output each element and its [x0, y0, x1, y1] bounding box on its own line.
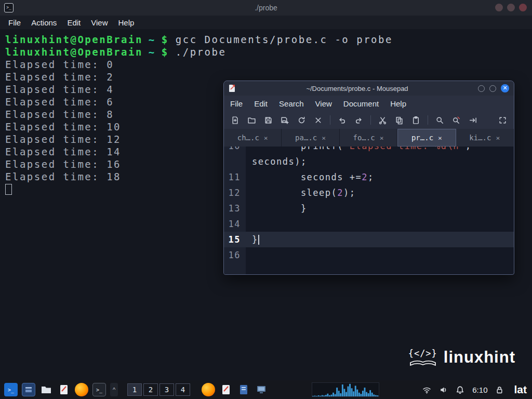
launcher-terminal-emulator[interactable]: >_	[4, 383, 18, 396]
menu-search[interactable]: Search	[279, 99, 304, 108]
open-book-icon	[409, 360, 436, 367]
open-file-button[interactable]	[247, 115, 257, 125]
launcher-text-editor[interactable]	[57, 383, 71, 396]
menu-document[interactable]: Document	[343, 99, 379, 108]
find-button[interactable]	[435, 115, 445, 125]
linuxhint-logo-icon: {</>}	[408, 348, 437, 367]
close-button[interactable]	[519, 4, 527, 11]
mousepad-window[interactable]: ~/Documents/probe.c - Mousepad ✕ File Ed…	[223, 81, 514, 275]
workspace-4[interactable]: 4	[176, 383, 190, 396]
find-replace-button[interactable]	[451, 115, 461, 125]
mousepad-tabbar: ch….c × pa….c × fo….c × pr….c × ki….c ×	[224, 129, 514, 147]
tab-close-icon[interactable]: ×	[496, 134, 500, 142]
line-number: 11	[224, 169, 246, 185]
menu-view[interactable]: View	[315, 99, 332, 108]
linuxhint-logo-text: linuxhint	[444, 348, 515, 367]
wifi-icon[interactable]	[422, 385, 431, 394]
tab-pr-active[interactable]: pr….c ×	[397, 129, 456, 147]
minimize-button[interactable]	[478, 85, 485, 92]
tab-pa[interactable]: pa….c ×	[282, 129, 339, 147]
line-number	[224, 154, 246, 169]
window-button-mousepad[interactable]	[219, 383, 233, 396]
code-editor-area[interactable]: 10 printf("Elapsed time: %d\n", seconds)…	[224, 147, 514, 274]
workspace-1[interactable]: 1	[127, 383, 142, 396]
workspace-pager: 1 2 3 4	[127, 383, 190, 396]
redo-button[interactable]	[354, 115, 364, 125]
window-button-display[interactable]	[255, 383, 268, 396]
line-number: 10	[224, 147, 246, 154]
line-number: 15	[224, 232, 246, 247]
workspace-3[interactable]: 3	[159, 383, 174, 396]
notifications-bell-icon[interactable]	[456, 385, 464, 394]
close-tab-button[interactable]	[313, 115, 323, 125]
menu-edit[interactable]: Edit	[67, 18, 81, 27]
undo-button[interactable]	[337, 115, 347, 125]
system-tray: 6:10 lat	[422, 383, 527, 396]
line-number: 13	[224, 201, 246, 216]
save-button[interactable]	[263, 115, 273, 125]
terminal-cursor	[5, 184, 12, 195]
menu-view[interactable]: View	[91, 18, 108, 27]
open-file-icon	[247, 116, 256, 125]
menu-file[interactable]: File	[230, 99, 243, 108]
terminal-dropdown-button[interactable]: ^	[110, 383, 118, 396]
menu-actions[interactable]: Actions	[31, 18, 57, 27]
tab-fo[interactable]: fo….c ×	[340, 129, 397, 147]
code-text: }	[246, 232, 259, 247]
close-button[interactable]: ✕	[501, 84, 509, 92]
workspace-2[interactable]: 2	[143, 383, 158, 396]
menu-file[interactable]: File	[8, 18, 21, 27]
maximize-button[interactable]	[507, 4, 515, 11]
paste-button[interactable]	[411, 115, 421, 125]
minimize-button[interactable]	[495, 4, 503, 11]
tab-close-icon[interactable]: ×	[264, 134, 268, 142]
text-editor-icon	[58, 384, 70, 395]
tab-label: fo….c	[353, 134, 375, 142]
tab-close-icon[interactable]: ×	[322, 134, 326, 142]
go-to-icon	[469, 116, 477, 125]
display-icon	[256, 384, 267, 395]
new-document-icon	[231, 116, 240, 125]
tab-ki[interactable]: ki….c ×	[456, 129, 514, 147]
launcher-file-manager[interactable]	[39, 383, 53, 396]
tab-label: pr….c	[411, 134, 433, 142]
window-button-firefox[interactable]	[202, 383, 215, 396]
toolbar-separator	[330, 115, 330, 125]
mousepad-titlebar[interactable]: ~/Documents/probe.c - Mousepad ✕	[224, 81, 514, 96]
window-button-document[interactable]	[237, 383, 250, 396]
tab-ch[interactable]: ch….c ×	[224, 129, 282, 147]
copy-button[interactable]	[394, 115, 404, 125]
code-line: 11 seconds +=2;	[224, 169, 514, 185]
tab-close-icon[interactable]: ×	[380, 134, 384, 142]
terminal-command-line: linuxhint@OpenBrain~$./probe	[5, 46, 527, 58]
cut-button[interactable]	[378, 115, 388, 125]
reload-button[interactable]	[297, 115, 307, 125]
launcher-firefox[interactable]	[75, 383, 88, 396]
menu-edit[interactable]: Edit	[254, 99, 268, 108]
code-line: 13 }	[224, 201, 514, 216]
maximize-button[interactable]	[489, 85, 496, 92]
fullscreen-button[interactable]	[498, 115, 508, 125]
menu-help[interactable]: Help	[390, 99, 406, 108]
terminal-window-title: ./probe	[0, 4, 532, 12]
new-document-button[interactable]	[230, 115, 240, 125]
clipped-top-line: 10 printf("Elapsed time: %d\n",	[224, 147, 514, 154]
code-text	[246, 216, 252, 232]
clock[interactable]: 6:10	[472, 385, 487, 394]
find-icon	[435, 116, 444, 125]
launcher-window-list[interactable]	[22, 383, 35, 396]
lock-icon[interactable]	[495, 385, 504, 394]
launcher-terminal[interactable]: >_	[92, 383, 106, 396]
prompt-path: ~	[149, 34, 156, 45]
volume-icon[interactable]	[439, 385, 448, 394]
tab-close-icon[interactable]: ×	[438, 134, 442, 142]
mousepad-window-controls: ✕	[478, 84, 509, 92]
keyboard-layout-indicator[interactable]: lat	[514, 383, 527, 396]
go-to-button[interactable]	[468, 115, 478, 125]
mousepad-toolbar	[224, 111, 514, 129]
fullscreen-icon	[498, 116, 507, 125]
save-as-button[interactable]	[280, 115, 290, 125]
save-as-icon	[281, 116, 289, 125]
code-line: 12 sleep(2);	[224, 185, 514, 201]
menu-help[interactable]: Help	[118, 18, 134, 27]
